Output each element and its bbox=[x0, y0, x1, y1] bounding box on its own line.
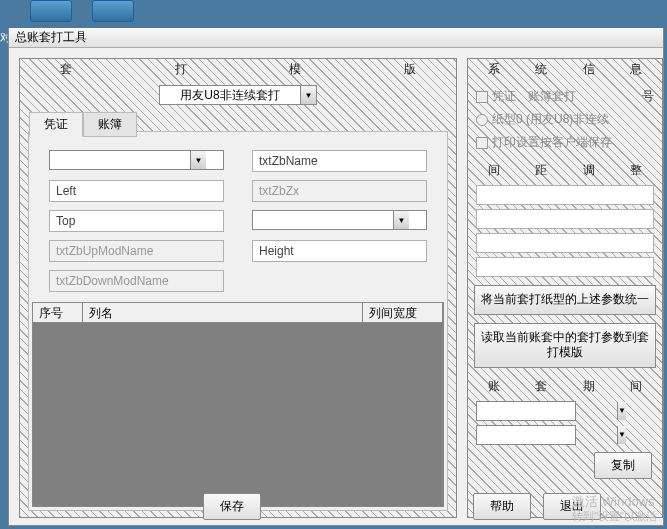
copy-button[interactable]: 复制 bbox=[594, 452, 652, 479]
columns-table: 序号 列名 列间宽度 bbox=[32, 302, 444, 507]
save-button[interactable]: 保存 bbox=[203, 493, 261, 520]
template-panel-header: 套 打 模 版 bbox=[20, 59, 456, 79]
chevron-down-icon: ▼ bbox=[617, 402, 626, 420]
field-zbzx[interactable]: txtZbZx bbox=[252, 180, 427, 202]
field-upmod[interactable]: txtZbUpModName bbox=[49, 240, 224, 262]
hdr-char: 期 bbox=[583, 378, 595, 395]
hdr-char: 模 bbox=[289, 61, 301, 78]
hdr-char: 打 bbox=[175, 61, 187, 78]
period-combo[interactable]: ▼ bbox=[476, 425, 576, 445]
hdr-char: 间 bbox=[630, 378, 642, 395]
read-params-button[interactable]: 读取当前账套中的套打参数到套打模版 bbox=[474, 323, 656, 368]
template-panel: 套 打 模 版 用友U8非连续套打 ▼ 凭证 账簿 ▼ txtZbName bbox=[19, 58, 457, 518]
hdr-char: 息 bbox=[630, 61, 642, 78]
hdr-char: 整 bbox=[630, 162, 642, 179]
th-name[interactable]: 列名 bbox=[83, 303, 363, 322]
system-panel: 系 统 信 息 凭证、账簿套打 号 纸型0 (用友U8)非连续 打印设置按客户端… bbox=[467, 58, 663, 518]
spacing-header: 间 距 调 整 bbox=[468, 160, 662, 181]
window-title: 总账套打工具 bbox=[15, 29, 87, 46]
spacing-input-2[interactable] bbox=[476, 209, 654, 229]
window-titlebar[interactable]: 总账套打工具 bbox=[9, 28, 663, 48]
desktop-icon[interactable] bbox=[92, 0, 134, 22]
help-button[interactable]: 帮助 bbox=[473, 493, 531, 520]
main-window: 总账套打工具 套 打 模 版 用友U8非连续套打 ▼ 凭证 账簿 ▼ bbox=[8, 28, 664, 526]
field-downmod[interactable]: txtZbDownModName bbox=[49, 270, 224, 292]
tab-book[interactable]: 账簿 bbox=[83, 112, 137, 137]
field-combo2[interactable]: ▼ bbox=[252, 210, 427, 230]
system-panel-header: 系 统 信 息 bbox=[468, 59, 662, 79]
mode-combo-text: 用友U8非连续套打 bbox=[160, 87, 300, 104]
mode-combo[interactable]: 用友U8非连续套打 ▼ bbox=[159, 85, 317, 105]
period-header: 账 套 期 间 bbox=[468, 376, 662, 397]
exit-button[interactable]: 退出 bbox=[543, 493, 601, 520]
checkbox-icon[interactable] bbox=[476, 137, 488, 149]
tab-container: 凭证 账簿 ▼ txtZbName Left txtZbZx Top ▼ txt… bbox=[28, 131, 448, 511]
hdr-char: 系 bbox=[488, 61, 500, 78]
chevron-down-icon: ▼ bbox=[617, 426, 626, 444]
th-index[interactable]: 序号 bbox=[33, 303, 83, 322]
chevron-down-icon: ▼ bbox=[300, 86, 316, 104]
spacing-input-4[interactable] bbox=[476, 257, 654, 277]
hdr-char: 统 bbox=[535, 61, 547, 78]
hdr-char: 间 bbox=[488, 162, 500, 179]
field-top[interactable]: Top bbox=[49, 210, 224, 232]
field-zbname[interactable]: txtZbName bbox=[252, 150, 427, 172]
radio-icon[interactable] bbox=[476, 114, 488, 126]
hdr-char: 套 bbox=[60, 61, 72, 78]
opt-voucher-book: 凭证、账簿套打 号 bbox=[476, 85, 654, 108]
hdr-char: 调 bbox=[583, 162, 595, 179]
spacing-input-1[interactable] bbox=[476, 185, 654, 205]
desktop-icon[interactable] bbox=[30, 0, 72, 22]
hdr-char: 套 bbox=[535, 378, 547, 395]
bottom-bar: 保存 帮助 退出 bbox=[9, 491, 663, 521]
chevron-down-icon: ▼ bbox=[190, 151, 206, 169]
field-left[interactable]: Left bbox=[49, 180, 224, 202]
tab-voucher[interactable]: 凭证 bbox=[29, 112, 83, 137]
opt-suffix: 号 bbox=[642, 88, 654, 105]
opt-label: 凭证、账簿套打 bbox=[492, 88, 576, 105]
hdr-char: 距 bbox=[535, 162, 547, 179]
hdr-char: 信 bbox=[583, 61, 595, 78]
opt-label: 打印设置按客户端保存 bbox=[492, 134, 612, 151]
chevron-down-icon: ▼ bbox=[393, 211, 409, 229]
unify-params-button[interactable]: 将当前套打纸型的上述参数统一 bbox=[474, 285, 656, 315]
opt-paper-type: 纸型0 (用友U8)非连续 bbox=[476, 108, 654, 131]
opt-label: 纸型0 (用友U8)非连续 bbox=[492, 111, 609, 128]
hdr-char: 账 bbox=[488, 378, 500, 395]
opt-client-save: 打印设置按客户端保存 bbox=[476, 131, 654, 154]
hdr-char: 版 bbox=[404, 61, 416, 78]
checkbox-icon[interactable] bbox=[476, 91, 488, 103]
spacing-input-3[interactable] bbox=[476, 233, 654, 253]
account-combo[interactable]: ▼ bbox=[476, 401, 576, 421]
th-width[interactable]: 列间宽度 bbox=[363, 303, 443, 322]
field-combo1[interactable]: ▼ bbox=[49, 150, 224, 170]
field-height[interactable]: Height bbox=[252, 240, 427, 262]
